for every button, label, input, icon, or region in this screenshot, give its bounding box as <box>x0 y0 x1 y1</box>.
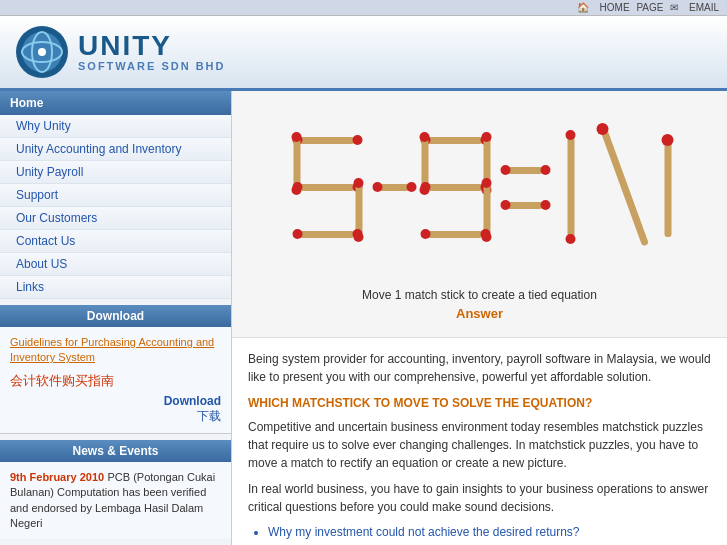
svg-point-54 <box>662 134 674 146</box>
section-title: WHICH MATCHSTICK TO MOVE TO SOLVE THE EQ… <box>248 396 711 410</box>
svg-rect-12 <box>300 184 355 191</box>
bullet-list: Why my investment could not achieve the … <box>268 524 711 545</box>
news-header: News & Events <box>0 440 231 462</box>
svg-point-16 <box>354 178 364 188</box>
download-header: Download <box>0 305 231 327</box>
svg-rect-27 <box>422 139 429 189</box>
svg-point-43 <box>501 165 511 175</box>
content-body: Being system provider for accounting, in… <box>232 338 727 545</box>
download-btn-area: Download <box>10 394 221 408</box>
main-layout: Home Why Unity Unity Accounting and Inve… <box>0 91 727 545</box>
svg-point-44 <box>541 165 551 175</box>
svg-point-49 <box>566 130 576 140</box>
body-text-2: In real world business, you have to gain… <box>248 480 711 516</box>
svg-rect-21 <box>380 184 410 191</box>
download-btn-chinese[interactable]: 下载 <box>10 408 221 425</box>
logo-icon <box>16 26 68 78</box>
sidebar-item-links[interactable]: Links <box>0 276 231 299</box>
sidebar-item-about[interactable]: About US <box>0 253 231 276</box>
news-section: News & Events 9th February 2010 PCB (Pot… <box>0 440 231 540</box>
download-link[interactable]: Guidelines for Purchasing Accounting and… <box>10 335 221 366</box>
svg-point-19 <box>293 229 303 239</box>
svg-point-46 <box>501 200 511 210</box>
page-label: PAGE <box>636 2 663 13</box>
svg-rect-45 <box>508 202 543 209</box>
download-content: Guidelines for Purchasing Accounting and… <box>0 327 231 434</box>
svg-point-10 <box>292 132 302 142</box>
svg-point-37 <box>482 178 492 188</box>
svg-rect-42 <box>508 167 543 174</box>
intro-text: Being system provider for accounting, in… <box>248 350 711 386</box>
svg-rect-5 <box>250 107 710 277</box>
svg-rect-53 <box>665 142 672 237</box>
svg-point-34 <box>482 132 492 142</box>
puzzle-area: Move 1 match stick to create a tied equa… <box>232 91 727 338</box>
header: UNITY SOFTWARE SDN BHD <box>0 16 727 91</box>
answer-link[interactable]: Answer <box>248 306 711 321</box>
sidebar-item-customers[interactable]: Our Customers <box>0 207 231 230</box>
svg-point-20 <box>353 229 363 239</box>
top-bar: 🏠 HOME PAGE ✉ EMAIL <box>0 0 727 16</box>
download-chinese[interactable]: 会计软件购买指南 <box>10 372 221 390</box>
svg-rect-18 <box>300 231 355 238</box>
sidebar-item-contact[interactable]: Contact Us <box>0 230 231 253</box>
sidebar-item-support[interactable]: Support <box>0 184 231 207</box>
home-icon: 🏠 <box>577 2 589 13</box>
home-link[interactable]: HOME <box>600 2 630 13</box>
svg-point-47 <box>541 200 551 210</box>
email-icon: ✉ <box>670 2 678 13</box>
svg-rect-9 <box>294 139 301 189</box>
nav-home[interactable]: Home <box>0 91 231 115</box>
news-date: 9th February 2010 <box>10 471 104 483</box>
puzzle-caption: Move 1 match stick to create a tied equa… <box>248 288 711 302</box>
sidebar-nav: Home Why Unity Unity Accounting and Inve… <box>0 91 231 299</box>
sidebar-item-why-unity[interactable]: Why Unity <box>0 115 231 138</box>
email-link[interactable]: EMAIL <box>689 2 719 13</box>
sidebar: Home Why Unity Unity Accounting and Inve… <box>0 91 232 545</box>
svg-point-40 <box>421 229 431 239</box>
sidebar-item-accounting[interactable]: Unity Accounting and Inventory <box>0 138 231 161</box>
sidebar-item-payroll[interactable]: Unity Payroll <box>0 161 231 184</box>
bullet-item-1: Why my investment could not achieve the … <box>268 524 711 541</box>
body-text-1: Competitive and uncertain business envir… <box>248 418 711 472</box>
logo-text: UNITY SOFTWARE SDN BHD <box>78 32 226 72</box>
svg-point-23 <box>407 182 417 192</box>
svg-rect-39 <box>428 231 483 238</box>
svg-rect-6 <box>300 137 355 144</box>
svg-rect-30 <box>428 184 483 191</box>
news-content: 9th February 2010 PCB (Potongan Cukai Bu… <box>0 462 231 540</box>
svg-rect-15 <box>356 185 363 235</box>
svg-point-41 <box>481 229 491 239</box>
sidebar-download-section: Download Guidelines for Purchasing Accou… <box>0 305 231 434</box>
svg-rect-24 <box>428 137 483 144</box>
logo-title: UNITY <box>78 32 226 60</box>
svg-point-28 <box>420 132 430 142</box>
svg-point-8 <box>353 135 363 145</box>
download-button[interactable]: Download <box>10 394 221 408</box>
svg-point-31 <box>421 182 431 192</box>
matchstick-puzzle <box>248 107 711 277</box>
svg-point-4 <box>38 48 46 56</box>
content-area: Move 1 match stick to create a tied equa… <box>232 91 727 545</box>
svg-rect-36 <box>484 185 491 235</box>
svg-point-52 <box>597 123 609 135</box>
svg-point-22 <box>373 182 383 192</box>
svg-point-50 <box>566 234 576 244</box>
svg-point-13 <box>293 182 303 192</box>
logo-subtitle: SOFTWARE SDN BHD <box>78 60 226 72</box>
svg-rect-48 <box>568 137 575 237</box>
